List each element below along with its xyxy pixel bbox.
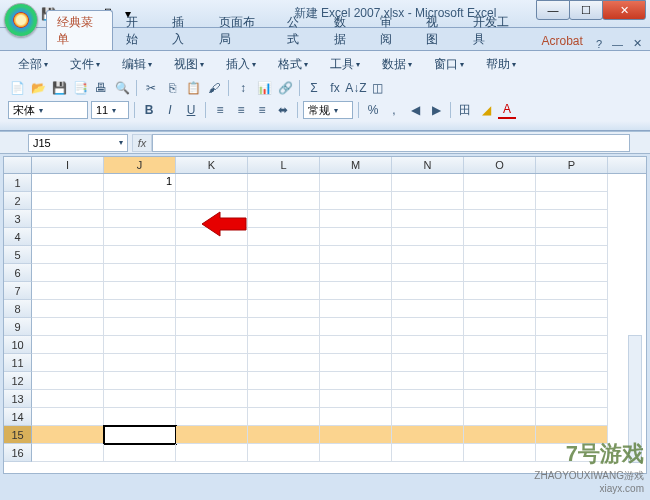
cell-N2[interactable] xyxy=(392,192,464,210)
tab-insert[interactable]: 插入 xyxy=(161,10,205,50)
font-size-combo[interactable]: 11▾ xyxy=(91,101,129,119)
hyperlink-icon[interactable]: 🔗 xyxy=(276,79,294,97)
cell-L2[interactable] xyxy=(248,192,320,210)
cell-J16[interactable] xyxy=(104,444,176,462)
cell-K5[interactable] xyxy=(176,246,248,264)
column-header-O[interactable]: O xyxy=(464,157,536,173)
office-button[interactable] xyxy=(4,3,38,37)
format-painter-icon[interactable]: 🖌 xyxy=(205,79,223,97)
doc-minimize-button[interactable]: — xyxy=(612,38,623,50)
cell-N4[interactable] xyxy=(392,228,464,246)
row-header-5[interactable]: 5 xyxy=(4,246,32,264)
cell-K16[interactable] xyxy=(176,444,248,462)
print-icon[interactable]: 🖶 xyxy=(92,79,110,97)
cell-M6[interactable] xyxy=(320,264,392,282)
cell-P3[interactable] xyxy=(536,210,608,228)
cell-J7[interactable] xyxy=(104,282,176,300)
tab-acrobat[interactable]: Acrobat xyxy=(531,30,594,50)
cell-M2[interactable] xyxy=(320,192,392,210)
cell-P10[interactable] xyxy=(536,336,608,354)
cell-P14[interactable] xyxy=(536,408,608,426)
number-format-combo[interactable]: 常规▾ xyxy=(303,101,353,119)
window-minimize-button[interactable]: — xyxy=(536,0,570,20)
cell-J9[interactable] xyxy=(104,318,176,336)
cell-N13[interactable] xyxy=(392,390,464,408)
cell-K6[interactable] xyxy=(176,264,248,282)
cell-I13[interactable] xyxy=(32,390,104,408)
cell-P6[interactable] xyxy=(536,264,608,282)
align-right-icon[interactable]: ≡ xyxy=(253,101,271,119)
cell-L7[interactable] xyxy=(248,282,320,300)
menu-insert[interactable]: 插入▾ xyxy=(216,54,266,75)
cell-K15[interactable] xyxy=(176,426,248,444)
menu-window[interactable]: 窗口▾ xyxy=(424,54,474,75)
cell-I8[interactable] xyxy=(32,300,104,318)
menu-file[interactable]: 文件▾ xyxy=(60,54,110,75)
tab-formula[interactable]: 公式 xyxy=(276,10,320,50)
cell-N5[interactable] xyxy=(392,246,464,264)
cell-I10[interactable] xyxy=(32,336,104,354)
cell-I16[interactable] xyxy=(32,444,104,462)
cell-K9[interactable] xyxy=(176,318,248,336)
row-header-1[interactable]: 1 xyxy=(4,174,32,192)
cell-M3[interactable] xyxy=(320,210,392,228)
cell-I2[interactable] xyxy=(32,192,104,210)
cell-P8[interactable] xyxy=(536,300,608,318)
chart-icon[interactable]: 📊 xyxy=(255,79,273,97)
copy-icon[interactable]: ⎘ xyxy=(163,79,181,97)
row-header-7[interactable]: 7 xyxy=(4,282,32,300)
row-header-9[interactable]: 9 xyxy=(4,318,32,336)
cell-M14[interactable] xyxy=(320,408,392,426)
tab-dev[interactable]: 开发工具 xyxy=(462,10,529,50)
fx-icon[interactable]: fx xyxy=(326,79,344,97)
cell-K7[interactable] xyxy=(176,282,248,300)
border-icon[interactable]: 田 xyxy=(456,101,474,119)
merge-icon[interactable]: ⬌ xyxy=(274,101,292,119)
cell-P12[interactable] xyxy=(536,372,608,390)
cell-K1[interactable] xyxy=(176,174,248,192)
cell-K14[interactable] xyxy=(176,408,248,426)
row-header-3[interactable]: 3 xyxy=(4,210,32,228)
cell-N7[interactable] xyxy=(392,282,464,300)
select-all-corner[interactable] xyxy=(4,157,32,173)
cell-I9[interactable] xyxy=(32,318,104,336)
cell-K10[interactable] xyxy=(176,336,248,354)
align-left-icon[interactable]: ≡ xyxy=(211,101,229,119)
cut-icon[interactable]: ✂ xyxy=(142,79,160,97)
cell-P4[interactable] xyxy=(536,228,608,246)
column-header-I[interactable]: I xyxy=(32,157,104,173)
menu-help[interactable]: 帮助▾ xyxy=(476,54,526,75)
row-header-8[interactable]: 8 xyxy=(4,300,32,318)
indent-increase-icon[interactable]: ▶ xyxy=(427,101,445,119)
cell-I6[interactable] xyxy=(32,264,104,282)
cell-I5[interactable] xyxy=(32,246,104,264)
cell-P13[interactable] xyxy=(536,390,608,408)
cell-I4[interactable] xyxy=(32,228,104,246)
cell-O11[interactable] xyxy=(464,354,536,372)
cell-K11[interactable] xyxy=(176,354,248,372)
new-icon[interactable]: 📄 xyxy=(8,79,26,97)
cell-O12[interactable] xyxy=(464,372,536,390)
preview-icon[interactable]: 🔍 xyxy=(113,79,131,97)
cell-L1[interactable] xyxy=(248,174,320,192)
cell-J1[interactable]: 1 xyxy=(104,174,176,192)
cell-I7[interactable] xyxy=(32,282,104,300)
cell-L15[interactable] xyxy=(248,426,320,444)
cell-K2[interactable] xyxy=(176,192,248,210)
cell-O6[interactable] xyxy=(464,264,536,282)
saveas-icon[interactable]: 📑 xyxy=(71,79,89,97)
cell-J15[interactable] xyxy=(104,426,176,444)
tab-home[interactable]: 开始 xyxy=(115,10,159,50)
cell-L8[interactable] xyxy=(248,300,320,318)
menu-format[interactable]: 格式▾ xyxy=(268,54,318,75)
cell-M5[interactable] xyxy=(320,246,392,264)
cell-K8[interactable] xyxy=(176,300,248,318)
cell-M8[interactable] xyxy=(320,300,392,318)
cell-L6[interactable] xyxy=(248,264,320,282)
row-header-16[interactable]: 16 xyxy=(4,444,32,462)
column-header-P[interactable]: P xyxy=(536,157,608,173)
cell-O9[interactable] xyxy=(464,318,536,336)
cell-K13[interactable] xyxy=(176,390,248,408)
sort-icon[interactable]: ↕ xyxy=(234,79,252,97)
cell-K3[interactable] xyxy=(176,210,248,228)
